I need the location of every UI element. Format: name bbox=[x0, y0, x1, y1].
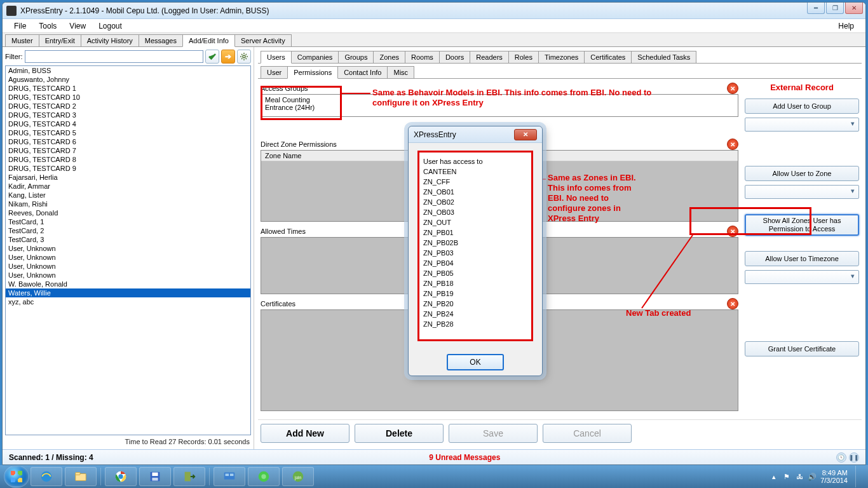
inner-tab-misc[interactable]: Misc bbox=[387, 66, 414, 78]
tray-clock[interactable]: 8:49 AM 7/3/2014 bbox=[820, 469, 848, 484]
add-user-to-group-button[interactable]: Add User to Group bbox=[745, 98, 859, 114]
filter-settings-button[interactable] bbox=[237, 50, 251, 64]
user-list-item[interactable]: DRUG, TESTCARD 6 bbox=[6, 137, 250, 146]
user-list-item[interactable]: TestCard, 1 bbox=[6, 217, 250, 226]
main-tab-server-activity[interactable]: Server Activity bbox=[234, 34, 292, 46]
taskbar-app-1[interactable] bbox=[214, 467, 245, 486]
grant-user-certificate-button[interactable]: Grant User Certificate bbox=[745, 341, 859, 356]
access-groups-remove-button[interactable]: ✕ bbox=[727, 83, 738, 94]
inner-tab-user[interactable]: User bbox=[261, 66, 288, 78]
show-desktop-button[interactable] bbox=[855, 466, 862, 487]
timezone-select[interactable] bbox=[745, 270, 859, 284]
allowed-times-remove-button[interactable]: ✕ bbox=[727, 226, 738, 237]
zone-item: ZN_PB04 bbox=[423, 258, 527, 268]
user-list-item[interactable]: xyz, abc bbox=[6, 297, 250, 306]
menu-logout[interactable]: Logout bbox=[92, 20, 128, 32]
sub-tab-roles[interactable]: Roles bbox=[508, 51, 539, 63]
sub-tab-certificates[interactable]: Certificates bbox=[584, 51, 632, 63]
minimize-button[interactable]: ━ bbox=[807, 3, 825, 14]
sub-tab-readers[interactable]: Readers bbox=[470, 51, 509, 63]
menu-file[interactable]: File bbox=[8, 20, 32, 32]
user-list-item[interactable]: DRUG, TESTCARD 2 bbox=[6, 102, 250, 111]
user-list-item[interactable]: Kang, Lister bbox=[6, 191, 250, 200]
next-filter-button[interactable]: ➔ bbox=[221, 50, 235, 64]
tray-flag-icon[interactable]: ⚑ bbox=[782, 472, 791, 481]
svg-rect-13 bbox=[230, 473, 234, 476]
taskbar-chrome[interactable] bbox=[105, 467, 137, 486]
group-select[interactable] bbox=[745, 118, 859, 132]
main-tab-add-edit-info[interactable]: Add/Edit Info bbox=[182, 34, 235, 47]
user-list-item[interactable]: Fajarsari, Herlia bbox=[6, 173, 250, 182]
sub-tab-rooms[interactable]: Rooms bbox=[405, 51, 440, 63]
user-list-item[interactable]: Admin, BUSS bbox=[6, 66, 250, 75]
maximize-button[interactable]: ❐ bbox=[826, 3, 844, 14]
user-list-item[interactable]: Reeves, Donald bbox=[6, 208, 250, 217]
user-list-item[interactable]: DRUG, TESTCARD 9 bbox=[6, 164, 250, 173]
taskbar-explorer[interactable] bbox=[65, 467, 97, 486]
show-all-zones-button[interactable]: Show All Zones User has Permission to Ac… bbox=[745, 214, 859, 236]
inner-tab-contact-info[interactable]: Contact Info bbox=[337, 66, 388, 78]
taskbar-ie[interactable] bbox=[31, 467, 62, 486]
user-list-item[interactable]: User, Unknown bbox=[6, 262, 250, 271]
zone-select[interactable] bbox=[745, 185, 859, 199]
taskbar-save[interactable] bbox=[139, 467, 171, 486]
delete-button[interactable]: Delete bbox=[355, 424, 444, 443]
sub-tab-scheduled-tasks[interactable]: Scheduled Tasks bbox=[631, 51, 696, 63]
tray-up-icon[interactable]: ▴ bbox=[770, 472, 778, 481]
unread-messages[interactable]: 9 Unread Messages bbox=[429, 453, 500, 462]
main-tab-messages[interactable]: Messages bbox=[139, 34, 183, 46]
user-list-item[interactable]: Waters, Willie bbox=[6, 288, 250, 297]
allow-user-to-zone-button[interactable]: Allow User to Zone bbox=[745, 166, 859, 181]
start-button[interactable] bbox=[4, 466, 29, 487]
user-list-item[interactable]: User, Unknown bbox=[6, 244, 250, 253]
tray-network-icon[interactable]: 🖧 bbox=[795, 472, 804, 481]
user-list-item[interactable]: Nikam, Rishi bbox=[6, 200, 250, 208]
direct-zone-remove-button[interactable]: ✕ bbox=[727, 139, 738, 150]
menu-tools[interactable]: Tools bbox=[32, 20, 63, 32]
taskbar-app-2[interactable] bbox=[248, 467, 280, 486]
taskbar-app-3[interactable]: join bbox=[282, 467, 314, 486]
user-list-item[interactable]: Kadir, Ammar bbox=[6, 182, 250, 191]
user-list-item[interactable]: TestCard, 2 bbox=[6, 226, 250, 235]
modal-ok-button[interactable]: OK bbox=[447, 354, 504, 370]
clock-icon[interactable]: 🕓 bbox=[836, 452, 846, 463]
user-list-item[interactable]: DRUG, TESTCARD 5 bbox=[6, 128, 250, 137]
user-list-item[interactable]: TestCard, 3 bbox=[6, 235, 250, 244]
user-list-item[interactable]: User, Unknown bbox=[6, 271, 250, 280]
filter-input[interactable] bbox=[25, 50, 204, 63]
user-list-item[interactable]: User, Unknown bbox=[6, 253, 250, 262]
user-list-item[interactable]: Aguswanto, Johnny bbox=[6, 75, 250, 84]
sub-tab-doors[interactable]: Doors bbox=[439, 51, 470, 63]
certificates-remove-button[interactable]: ✕ bbox=[727, 298, 738, 309]
add-new-button[interactable]: Add New bbox=[261, 424, 349, 443]
allow-user-to-timezone-button[interactable]: Allow User to Timezone bbox=[745, 251, 859, 266]
user-list-item[interactable]: DRUG, TESTCARD 4 bbox=[6, 119, 250, 128]
apply-filter-button[interactable] bbox=[205, 50, 219, 64]
user-list-item[interactable]: DRUG, TESTCARD 7 bbox=[6, 146, 250, 155]
inner-tab-permissions[interactable]: Permissions bbox=[287, 66, 338, 79]
modal-close-button[interactable]: ✕ bbox=[514, 129, 537, 140]
menu-help[interactable]: Help bbox=[832, 20, 860, 32]
user-list-item[interactable]: DRUG, TESTCARD 3 bbox=[6, 111, 250, 119]
sub-tab-zones[interactable]: Zones bbox=[373, 51, 405, 63]
pause-icon[interactable]: ❚❚ bbox=[849, 452, 859, 463]
sub-tab-timezones[interactable]: Timezones bbox=[538, 51, 585, 63]
save-button[interactable]: Save bbox=[449, 424, 538, 443]
sub-tab-companies[interactable]: Companies bbox=[291, 51, 339, 63]
user-list-item[interactable]: DRUG, TESTCARD 1 bbox=[6, 84, 250, 93]
user-list-item[interactable]: DRUG, TESTCARD 8 bbox=[6, 155, 250, 164]
menu-view[interactable]: View bbox=[63, 20, 92, 32]
main-tab-entry-exit[interactable]: Entry/Exit bbox=[39, 34, 81, 46]
svg-rect-8 bbox=[152, 473, 158, 477]
user-list-item[interactable]: W. Bawole, Ronald bbox=[6, 280, 250, 288]
taskbar-exit[interactable] bbox=[173, 467, 205, 486]
sub-tab-users[interactable]: Users bbox=[261, 51, 292, 64]
user-list[interactable]: Admin, BUSSAguswanto, JohnnyDRUG, TESTCA… bbox=[5, 65, 251, 435]
sub-tab-groups[interactable]: Groups bbox=[338, 51, 374, 63]
main-tab-muster[interactable]: Muster bbox=[5, 34, 39, 46]
close-window-button[interactable]: ✕ bbox=[845, 3, 863, 14]
user-list-item[interactable]: DRUG, TESTCARD 10 bbox=[6, 93, 250, 102]
cancel-button[interactable]: Cancel bbox=[543, 424, 632, 443]
main-tab-activity-history[interactable]: Activity History bbox=[81, 34, 139, 46]
tray-volume-icon[interactable]: 🔊 bbox=[808, 472, 817, 481]
